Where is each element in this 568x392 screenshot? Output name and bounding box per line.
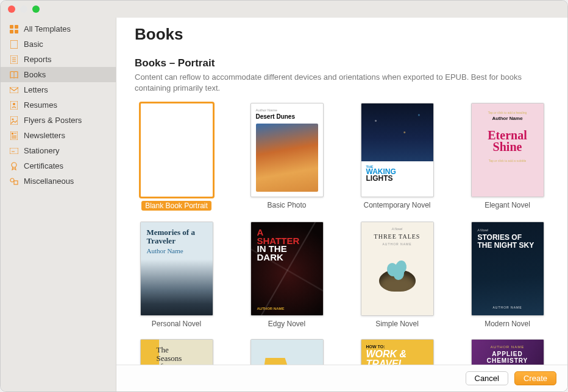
sidebar-item-label: Newsletters bbox=[24, 131, 65, 140]
template-grid: Blank Book PortraitAuthor NameDesert Dun… bbox=[135, 103, 549, 365]
svg-rect-2 bbox=[10, 30, 13, 33]
grid-icon bbox=[9, 25, 19, 33]
cancel-button[interactable]: Cancel bbox=[466, 371, 508, 385]
template-item[interactable]: ASHATTERIN THEDARKAUTHOR NAMEEdgy Novel bbox=[245, 222, 328, 328]
template-thumbnail[interactable]: ASHATTERIN THEDARKAUTHOR NAME bbox=[250, 222, 324, 316]
sidebar-item-certificates[interactable]: Certificates bbox=[1, 158, 116, 173]
sidebar-item-label: Resumes bbox=[24, 100, 57, 110]
section-heading: Books – Portrait bbox=[135, 57, 549, 69]
sidebar-item-miscellaneous[interactable]: Miscellaneous bbox=[1, 173, 116, 189]
category-sidebar: All TemplatesBasicReportsBooksLettersRes… bbox=[1, 18, 116, 391]
template-label: Modern Novel bbox=[485, 320, 530, 328]
template-item[interactable]: Memories of a TravelerAuthor NamePersona… bbox=[135, 222, 218, 328]
template-thumbnail[interactable]: TheSeasonsofParis bbox=[140, 339, 213, 365]
sidebar-item-basic[interactable]: Basic bbox=[1, 37, 116, 52]
sidebar-item-all-templates[interactable]: All Templates bbox=[1, 21, 116, 37]
card-icon bbox=[9, 147, 19, 155]
template-label: Blank Book Portrait bbox=[141, 201, 211, 211]
sidebar-item-label: Certificates bbox=[24, 161, 63, 170]
svg-rect-1 bbox=[15, 25, 18, 29]
sidebar-item-label: All Templates bbox=[24, 24, 71, 33]
template-label: Simple Novel bbox=[375, 320, 419, 328]
sidebar-item-reports[interactable]: Reports bbox=[1, 52, 116, 67]
template-thumbnail[interactable] bbox=[140, 103, 213, 197]
svg-point-14 bbox=[12, 118, 14, 120]
sidebar-item-flyers-posters[interactable]: Flyers & Posters bbox=[1, 113, 116, 128]
template-thumbnail[interactable] bbox=[250, 339, 324, 365]
envelope-icon bbox=[9, 86, 19, 94]
template-thumbnail[interactable]: Memories of a TravelerAuthor Name bbox=[140, 222, 213, 316]
template-label: Edgy Novel bbox=[268, 320, 305, 328]
svg-point-24 bbox=[10, 178, 14, 182]
svg-rect-3 bbox=[15, 30, 18, 33]
template-label: Personal Novel bbox=[152, 320, 201, 328]
sidebar-item-books[interactable]: Books bbox=[1, 67, 116, 82]
svg-point-23 bbox=[12, 163, 16, 167]
sidebar-item-letters[interactable]: Letters bbox=[1, 82, 116, 97]
template-item[interactable]: AUTHOR NAMEAPPLIED CHEMISTRYFIRST EDITIO… bbox=[466, 339, 549, 365]
sidebar-item-label: Flyers & Posters bbox=[24, 116, 82, 125]
ribbon-icon bbox=[9, 162, 19, 170]
template-thumbnail[interactable]: HOW TO:WORK &TRAVEL bbox=[361, 339, 434, 365]
create-button[interactable]: Create bbox=[514, 371, 556, 385]
svg-rect-0 bbox=[10, 25, 13, 29]
sidebar-item-label: Books bbox=[24, 70, 46, 79]
template-item[interactable]: A NovelSTORIES OF THE NIGHT SKYAUTHOR NA… bbox=[466, 222, 549, 328]
template-browser[interactable]: Books Books – Portrait Content can reflo… bbox=[116, 18, 567, 365]
svg-rect-25 bbox=[14, 181, 18, 184]
shapes-icon bbox=[9, 177, 19, 186]
template-thumbnail[interactable]: A NovelTHREE TALESAUTHOR NAME bbox=[361, 222, 434, 316]
sidebar-item-stationery[interactable]: Stationery bbox=[1, 143, 116, 158]
svg-rect-10 bbox=[10, 87, 18, 93]
book-icon bbox=[9, 71, 19, 79]
template-item[interactable]: Author NameTHEWAKINGLIGHTSContemporary N… bbox=[355, 103, 439, 211]
close-window-button[interactable] bbox=[8, 5, 15, 13]
template-thumbnail[interactable]: Author NameDesert Dunes bbox=[250, 103, 324, 197]
template-thumbnail[interactable]: AUTHOR NAMEAPPLIED CHEMISTRYFIRST EDITIO… bbox=[471, 339, 544, 365]
template-item[interactable]: TheSeasonsofParis bbox=[135, 339, 218, 365]
zoom-window-button[interactable] bbox=[32, 5, 40, 13]
doc-icon bbox=[9, 40, 19, 49]
template-item[interactable]: A NovelTHREE TALESAUTHOR NAMESimple Nove… bbox=[355, 222, 439, 328]
sidebar-item-resumes[interactable]: Resumes bbox=[1, 97, 116, 113]
dialog-footer: Cancel Create bbox=[116, 365, 567, 391]
template-label: Basic Photo bbox=[267, 201, 306, 209]
minimize-window-button[interactable] bbox=[20, 5, 27, 13]
main-panel: Books Books – Portrait Content can reflo… bbox=[116, 18, 567, 391]
svg-point-12 bbox=[13, 103, 15, 105]
template-label: Contemporary Novel bbox=[363, 201, 430, 209]
template-label: Elegant Novel bbox=[485, 201, 530, 209]
template-item[interactable]: Blank Book Portrait bbox=[135, 103, 218, 211]
svg-rect-4 bbox=[10, 40, 18, 49]
poster-icon bbox=[9, 116, 19, 125]
newsletter-icon bbox=[9, 131, 19, 140]
section-description: Content can reflow to accommodate differ… bbox=[135, 72, 537, 93]
person-doc-icon bbox=[9, 101, 19, 110]
sidebar-item-label: Letters bbox=[24, 85, 48, 94]
svg-rect-16 bbox=[12, 133, 13, 135]
template-item[interactable]: HOW TO:WORK &TRAVEL bbox=[355, 339, 439, 365]
template-thumbnail[interactable]: Tap or click to add a headingAuthor Name… bbox=[471, 103, 544, 197]
template-thumbnail[interactable]: Author NameTHEWAKINGLIGHTS bbox=[361, 103, 434, 197]
sidebar-item-label: Miscellaneous bbox=[24, 177, 74, 186]
sidebar-item-label: Stationery bbox=[24, 146, 60, 155]
page-title: Books bbox=[135, 25, 549, 44]
sidebar-item-label: Reports bbox=[24, 55, 52, 64]
template-thumbnail[interactable]: A NovelSTORIES OF THE NIGHT SKYAUTHOR NA… bbox=[471, 222, 544, 316]
sidebar-item-newsletters[interactable]: Newsletters bbox=[1, 128, 116, 143]
template-item[interactable]: Tap or click to add a headingAuthor Name… bbox=[466, 103, 549, 211]
sidebar-item-label: Basic bbox=[24, 40, 43, 49]
svg-rect-21 bbox=[10, 148, 18, 154]
doc-lines-icon bbox=[9, 55, 19, 64]
template-item[interactable]: Author NameDesert DunesBasic Photo bbox=[245, 103, 328, 211]
template-item[interactable] bbox=[245, 339, 328, 365]
window-titlebar bbox=[1, 1, 567, 18]
